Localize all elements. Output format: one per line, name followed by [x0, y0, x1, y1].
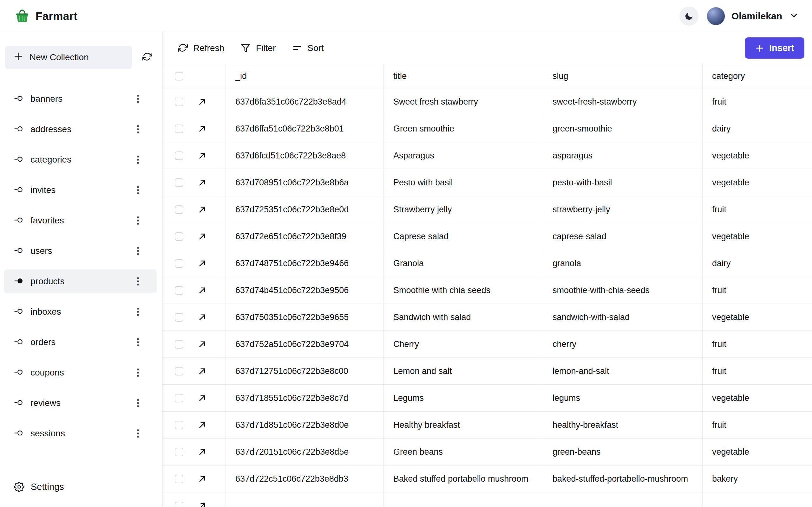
row-checkbox[interactable]	[175, 448, 183, 456]
kebab-menu-icon[interactable]	[133, 367, 143, 378]
new-collection-button[interactable]: New Collection	[5, 46, 132, 69]
expand-row-icon[interactable]	[197, 501, 207, 507]
refresh-collections-button[interactable]	[142, 52, 152, 63]
user-menu[interactable]: Olamilekan	[707, 7, 799, 25]
expand-row-icon[interactable]	[197, 205, 207, 215]
expand-row-icon[interactable]	[197, 232, 207, 241]
data-table: _id title slug category 637d6fa351c06c72…	[163, 64, 812, 507]
cell-category	[702, 493, 812, 507]
sort-button[interactable]: Sort	[292, 43, 323, 53]
row-checkbox[interactable]	[175, 421, 183, 429]
row-checkbox[interactable]	[175, 152, 183, 160]
cell-id: 637d720151c06c722b3e8d5e	[225, 439, 384, 465]
sidebar-item-label: favorites	[31, 216, 64, 226]
expand-row-icon[interactable]	[197, 151, 207, 161]
row-checkbox[interactable]	[175, 475, 183, 483]
collection-icon	[14, 94, 23, 105]
expand-row-icon[interactable]	[197, 124, 207, 134]
settings-button[interactable]: Settings	[0, 482, 162, 507]
table-row: 637d74b451c06c722b3e9506 Smoothie with c…	[163, 277, 812, 304]
cell-category: fruit	[702, 358, 812, 385]
sidebar-item-inboxes[interactable]: inboxes	[4, 300, 157, 324]
expand-row-icon[interactable]	[197, 285, 207, 295]
kebab-menu-icon[interactable]	[133, 185, 143, 195]
cell-category: vegetable	[702, 142, 812, 169]
row-checkbox[interactable]	[175, 178, 183, 187]
kebab-menu-icon[interactable]	[133, 276, 143, 287]
expand-row-icon[interactable]	[197, 97, 207, 107]
cell-category: vegetable	[702, 169, 812, 196]
row-checkbox[interactable]	[175, 205, 183, 214]
row-checkbox[interactable]	[175, 98, 183, 106]
kebab-menu-icon[interactable]	[133, 215, 143, 226]
expand-row-icon[interactable]	[197, 420, 207, 430]
dark-mode-toggle[interactable]	[679, 7, 699, 26]
cell-id: 637d722c51c06c722b3e8db3	[225, 465, 384, 493]
sidebar-item-orders[interactable]: orders	[4, 330, 157, 354]
row-checkbox[interactable]	[175, 286, 183, 295]
sidebar-item-products[interactable]: products	[4, 269, 157, 293]
expand-row-icon[interactable]	[197, 393, 207, 403]
row-checkbox[interactable]	[175, 124, 183, 133]
table-row: 637d725351c06c722b3e8e0d Strawberry jell…	[163, 196, 812, 223]
cell-category: fruit	[702, 277, 812, 304]
cell-slug: sweet-fresh-stawberry	[543, 89, 702, 115]
column-header-title[interactable]: title	[384, 64, 543, 89]
table-row: 637d6fa351c06c722b3e8ad4 Sweet fresh sta…	[163, 89, 812, 115]
cell-title: Asparagus	[384, 142, 543, 169]
expand-row-icon[interactable]	[197, 474, 207, 484]
app-logo[interactable]: Farmart	[14, 9, 78, 24]
column-header-slug[interactable]: slug	[543, 64, 702, 89]
sidebar-item-addresses[interactable]: addresses	[4, 117, 157, 141]
row-checkbox[interactable]	[175, 259, 183, 268]
column-header-id[interactable]: _id	[225, 64, 384, 89]
kebab-menu-icon[interactable]	[133, 337, 143, 348]
expand-row-icon[interactable]	[197, 259, 207, 268]
kebab-menu-icon[interactable]	[133, 94, 143, 104]
refresh-button[interactable]: Refresh	[178, 43, 224, 53]
kebab-menu-icon[interactable]	[133, 245, 143, 257]
expand-row-icon[interactable]	[197, 366, 207, 376]
kebab-menu-icon[interactable]	[133, 124, 143, 135]
cell-id: 637d6ffa51c06c722b3e8b01	[225, 115, 384, 142]
row-checkbox[interactable]	[175, 340, 183, 349]
expand-row-icon[interactable]	[197, 339, 207, 349]
sidebar-item-label: banners	[31, 94, 62, 104]
sidebar-item-label: invites	[31, 185, 55, 195]
sidebar-item-banners[interactable]: banners	[4, 87, 157, 111]
cell-id: 637d752a51c06c722b3e9704	[225, 331, 384, 358]
sidebar-item-categories[interactable]: categories	[4, 148, 157, 172]
cell-title: Lemon and salt	[384, 358, 543, 385]
kebab-menu-icon[interactable]	[133, 306, 143, 317]
sidebar-item-invites[interactable]: invites	[4, 178, 157, 202]
table-row: 637d750351c06c722b3e9655 Sandwich with s…	[163, 304, 812, 331]
user-name: Olamilekan	[731, 11, 782, 21]
expand-row-icon[interactable]	[197, 313, 207, 322]
filter-button[interactable]: Filter	[241, 43, 275, 53]
cell-title: Cherry	[384, 331, 543, 358]
row-checkbox[interactable]	[175, 313, 183, 322]
collection-icon	[14, 124, 23, 135]
row-checkbox[interactable]	[175, 394, 183, 402]
cell-id: 637d71d851c06c722b3e8d0e	[225, 412, 384, 439]
kebab-menu-icon[interactable]	[133, 154, 143, 165]
kebab-menu-icon[interactable]	[133, 398, 143, 408]
cell-slug: green-smoothie	[543, 115, 702, 142]
avatar	[707, 7, 725, 25]
row-checkbox[interactable]	[175, 502, 183, 507]
refresh-icon	[178, 43, 188, 53]
sidebar-item-favorites[interactable]: favorites	[4, 209, 157, 233]
expand-row-icon[interactable]	[197, 178, 207, 187]
row-checkbox[interactable]	[175, 367, 183, 376]
table-body: 637d6fa351c06c722b3e8ad4 Sweet fresh sta…	[163, 89, 812, 507]
sidebar-item-reviews[interactable]: reviews	[4, 391, 157, 415]
sidebar-item-sessions[interactable]: sessions	[4, 421, 157, 446]
row-checkbox[interactable]	[175, 232, 183, 241]
expand-row-icon[interactable]	[197, 447, 207, 457]
select-all-checkbox[interactable]	[175, 72, 183, 80]
sidebar-item-users[interactable]: users	[4, 239, 157, 263]
kebab-menu-icon[interactable]	[133, 428, 143, 439]
sidebar-item-coupons[interactable]: coupons	[4, 360, 157, 385]
insert-button[interactable]: Insert	[745, 38, 804, 59]
column-header-category[interactable]: category	[702, 64, 812, 89]
